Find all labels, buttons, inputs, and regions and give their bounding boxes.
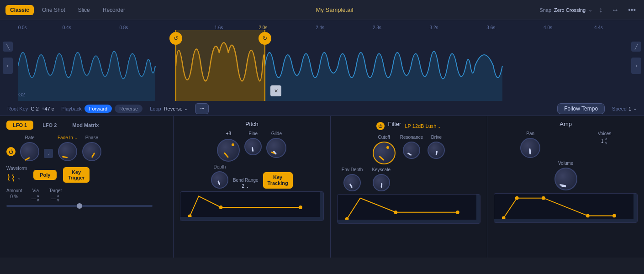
keyscale-label: Keyscale [372, 167, 391, 172]
bend-range-num: 2 [242, 184, 244, 189]
target-label: Target [49, 188, 62, 193]
lfo-panel: LFO 1 LFO 2 Mod Matrix ⏻ Rate ♩ Fade In … [0, 116, 174, 258]
voices-stepper[interactable]: ∧ ∨ [605, 137, 608, 145]
loop-close-handle[interactable]: ✕ [270, 85, 281, 96]
snap-value[interactable]: Zero Crossing [554, 7, 586, 13]
svg-point-13 [612, 214, 616, 218]
loop-handle-right[interactable]: ↻ [259, 32, 271, 45]
waveform-selector[interactable]: ⌇⌇ ⌄ [6, 173, 27, 184]
depth-knob[interactable] [211, 171, 228, 189]
lfo1-tab[interactable]: LFO 1 [6, 121, 33, 130]
timeline-marker-2: 0.8s [119, 25, 128, 30]
phase-knob[interactable] [82, 142, 101, 161]
nav-corner-tr-icon[interactable]: ╱ [631, 42, 641, 52]
bend-range-value[interactable]: 2 ⌄ [242, 184, 249, 189]
mod-matrix-tab[interactable]: Mod Matrix [66, 121, 105, 130]
glide-group: Glide [266, 131, 286, 162]
drive-knob[interactable] [428, 142, 445, 159]
via-arrows[interactable]: ∧ ∨ [37, 194, 40, 202]
app-title: My Sample.aif [133, 6, 536, 13]
tab-one-shot[interactable]: One Shot [37, 5, 70, 15]
fit-icon[interactable]: ↔ [609, 5, 622, 15]
nav-right-arrow[interactable]: › [631, 58, 641, 74]
amount-slider-thumb[interactable] [77, 203, 82, 209]
loop-value[interactable]: Reverse ⌄ [164, 106, 188, 111]
note-label: G2 [18, 92, 25, 97]
reverse-btn[interactable]: Reverse [115, 105, 143, 113]
svg-point-12 [586, 214, 590, 218]
filter-power-btn[interactable]: ⏻ [376, 122, 385, 130]
target-stepper[interactable]: — ∧ ∨ [51, 194, 60, 202]
pitch-title: Pitch [180, 121, 324, 127]
glide-knob[interactable] [266, 138, 286, 158]
fine-knob[interactable] [244, 138, 262, 155]
filter-knobs-row2: Env Depth Keyscale [337, 167, 481, 191]
fine-label: Fine [249, 131, 258, 136]
pitch-semitone-knob[interactable] [217, 139, 240, 162]
nav-left-arrow[interactable]: ‹ [3, 58, 13, 74]
bend-range-group: Bend Range 2 ⌄ [233, 178, 259, 189]
collapse-icon[interactable]: ↕ [596, 5, 605, 15]
resonance-knob[interactable] [403, 142, 420, 159]
timeline-marker-4: 2.0s [259, 25, 267, 30]
timeline-marker-0: 0.0s [18, 25, 27, 30]
cutoff-knob[interactable] [373, 142, 396, 164]
tab-recorder[interactable]: Recorder [98, 5, 130, 15]
target-arrows[interactable]: ∧ ∨ [57, 194, 60, 202]
more-icon[interactable]: ••• [625, 5, 639, 15]
rate-knob[interactable] [20, 142, 39, 161]
drive-group: Drive [428, 135, 445, 164]
amp-env-bar-right [633, 194, 637, 222]
amp-env-display [494, 193, 638, 223]
bend-range-arrow-icon: ⌄ [246, 184, 249, 189]
speed-value: 1 [628, 106, 631, 111]
filter-type-arrow-icon: ⌄ [438, 124, 441, 129]
tab-classic[interactable]: Classic [5, 5, 34, 15]
env-depth-label: Env Depth [342, 167, 363, 172]
filter-panel: ⏻ Filter LP 12dB Lush ⌄ Cutoff Resonance… [331, 116, 488, 258]
voices-value[interactable]: 1 ∧ ∨ [601, 137, 608, 145]
speed-stepper[interactable]: ⌄ [633, 106, 637, 111]
svg-point-7 [394, 211, 397, 214]
fade-arrow-icon: ⌄ [74, 136, 78, 140]
filter-type-text: LP 12dB Lush [405, 123, 436, 129]
tab-slice[interactable]: Slice [74, 5, 95, 15]
waveform-display-icon[interactable]: 〜 [195, 103, 209, 114]
amount-slider-track [6, 205, 153, 207]
root-key-note: G 2 [31, 106, 39, 111]
volume-knob[interactable] [554, 168, 577, 190]
filter-env-bar-right [476, 195, 480, 223]
key-trigger-btn[interactable]: Key Trigger [63, 167, 89, 183]
keyscale-group: Keyscale [372, 167, 391, 191]
forward-btn[interactable]: Forward [84, 105, 112, 113]
env-depth-group: Env Depth [342, 167, 363, 191]
cutoff-label: Cutoff [378, 135, 390, 140]
waveform-container[interactable]: ╲ ╱ ‹ › [0, 30, 644, 101]
target-value: — [51, 196, 56, 201]
via-stepper[interactable]: — ∧ ∨ [31, 194, 40, 202]
lfo2-tab[interactable]: LFO 2 [36, 121, 63, 130]
loop-handle-left[interactable]: ↺ [169, 32, 182, 45]
phase-label: Phase [85, 135, 98, 140]
follow-tempo-btn[interactable]: Follow Tempo [557, 103, 605, 114]
amount-slider[interactable] [6, 205, 167, 207]
timeline-marker-10: 4.4s [594, 25, 603, 30]
keyscale-knob[interactable] [373, 174, 390, 191]
amount-section: Amount 0 % Via — ∧ ∨ Target [6, 188, 167, 207]
pan-knob[interactable] [520, 138, 540, 158]
waveform-shape-icon: ⌇⌇ [6, 173, 16, 184]
pitch-env-bar-bottom [180, 217, 323, 221]
timeline-marker-7: 3.2s [430, 25, 438, 30]
fade-knob[interactable] [58, 142, 77, 161]
nav-corner-tl-icon[interactable]: ╲ [3, 42, 13, 52]
timeline-marker-8: 3.6s [486, 25, 495, 30]
depth-group: Depth [211, 164, 228, 189]
env-depth-knob[interactable] [343, 174, 361, 191]
volume-group: Volume [554, 161, 577, 190]
filter-type-value[interactable]: LP 12dB Lush ⌄ [405, 123, 441, 129]
lfo-power-btn[interactable]: ⏻ [6, 147, 16, 156]
note-icon[interactable]: ♩ [44, 149, 53, 158]
key-tracking-btn[interactable]: Key Tracking [263, 172, 293, 189]
waveform-section: 0.0s 0.4s 0.8s 1.6s 2.0s 2.4s 2.8s 3.2s … [0, 20, 644, 116]
poly-btn[interactable]: Poly [33, 170, 57, 180]
